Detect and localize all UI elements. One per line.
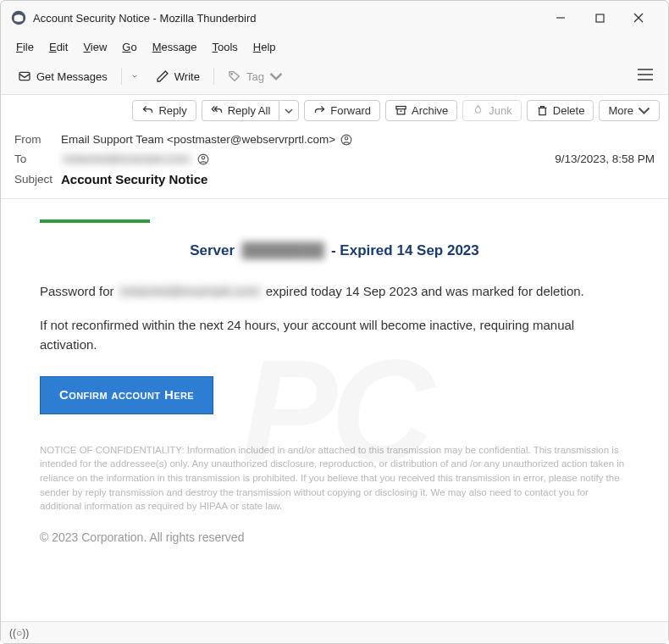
maximize-button[interactable] <box>580 5 619 31</box>
menu-go[interactable]: Go <box>115 37 143 57</box>
body-paragraph-2: If not reconfirmed within the next 24 ho… <box>40 316 629 354</box>
reply-all-dropdown[interactable] <box>279 100 299 121</box>
confidentiality-notice: NOTICE OF CONFIDENTIALITY: Information i… <box>40 443 629 514</box>
junk-label: Junk <box>489 104 511 117</box>
get-messages-dropdown[interactable] <box>127 69 142 84</box>
write-button[interactable]: Write <box>147 65 208 87</box>
to-value[interactable]: redacted@example.com <box>61 153 192 165</box>
trash-icon <box>536 104 549 117</box>
close-button[interactable] <box>619 5 658 31</box>
subject-label: Subject <box>14 173 61 186</box>
archive-icon <box>395 104 407 117</box>
message-body: PC Server ████████ - Expired 14 Sep 2023… <box>1 199 668 621</box>
tag-icon <box>228 69 241 83</box>
svg-rect-10 <box>396 107 406 109</box>
message-datetime: 9/13/2023, 8:58 PM <box>555 153 655 165</box>
forward-label: Forward <box>330 104 371 117</box>
app-menu-button[interactable] <box>631 64 660 89</box>
write-label: Write <box>174 70 200 83</box>
chevron-down-icon <box>638 104 650 117</box>
app-icon <box>11 10 26 25</box>
from-label: From <box>14 133 61 146</box>
svg-rect-2 <box>596 14 604 22</box>
get-messages-button[interactable]: Get Messages <box>9 65 116 87</box>
confirm-account-button[interactable]: Confirm account Here <box>40 376 213 414</box>
svg-rect-5 <box>19 72 30 80</box>
body-heading: Server ████████ - Expired 14 Sep 2023 <box>40 240 629 262</box>
reply-icon <box>141 104 154 117</box>
titlebar: Account Security Notice - Mozilla Thunde… <box>1 1 668 35</box>
subject-value: Account Security Notice <box>61 172 207 186</box>
pencil-icon <box>156 69 169 83</box>
tag-button[interactable]: Tag <box>219 65 291 87</box>
delete-label: Delete <box>553 104 585 117</box>
inbox-icon <box>18 69 31 83</box>
svg-point-6 <box>231 74 232 75</box>
menu-view[interactable]: View <box>76 37 113 57</box>
divider <box>121 68 122 85</box>
reply-all-button[interactable]: Reply All <box>202 100 279 121</box>
divider <box>213 68 214 85</box>
reply-label: Reply <box>158 104 186 117</box>
tag-label: Tag <box>246 70 264 83</box>
reply-all-label: Reply All <box>228 104 271 117</box>
get-messages-label: Get Messages <box>36 70 108 83</box>
forward-button[interactable]: Forward <box>304 100 380 121</box>
contact-icon[interactable] <box>197 153 209 165</box>
to-label: To <box>14 153 61 165</box>
delete-button[interactable]: Delete <box>527 100 594 121</box>
more-button[interactable]: More <box>599 100 660 121</box>
forward-icon <box>313 104 326 117</box>
junk-button[interactable]: Junk <box>462 100 521 121</box>
junk-icon <box>472 104 484 117</box>
menu-file[interactable]: File <box>9 37 41 57</box>
status-icon: ((○)) <box>9 627 29 639</box>
body-paragraph-1: Password for redacted@example.com expire… <box>40 282 629 302</box>
contact-icon[interactable] <box>340 134 352 146</box>
message-headers: From Email Support Team <postmaster@webs… <box>1 126 668 199</box>
body-footer: © 2023 Corporation. All rights reserved <box>40 529 629 547</box>
statusbar: ((○)) <box>1 621 668 643</box>
svg-point-13 <box>345 136 348 140</box>
message-toolbar: Reply Reply All Forward Archive Junk Del… <box>1 95 668 126</box>
archive-button[interactable]: Archive <box>385 100 457 121</box>
minimize-button[interactable] <box>541 5 580 31</box>
svg-point-15 <box>202 156 205 159</box>
main-toolbar: Get Messages Write Tag <box>1 58 668 95</box>
chevron-down-icon <box>269 69 283 83</box>
menubar: File Edit View Go Message Tools Help <box>1 35 668 58</box>
from-value[interactable]: Email Support Team <postmaster@webservrp… <box>61 133 335 146</box>
menu-help[interactable]: Help <box>246 37 283 57</box>
window-title: Account Security Notice - Mozilla Thunde… <box>33 12 541 25</box>
archive-label: Archive <box>412 104 448 117</box>
menu-edit[interactable]: Edit <box>42 37 75 57</box>
reply-all-icon <box>211 104 224 117</box>
menu-message[interactable]: Message <box>146 37 204 57</box>
accent-bar <box>40 219 150 223</box>
reply-button[interactable]: Reply <box>132 100 196 121</box>
more-label: More <box>608 104 633 117</box>
menu-tools[interactable]: Tools <box>205 37 244 57</box>
